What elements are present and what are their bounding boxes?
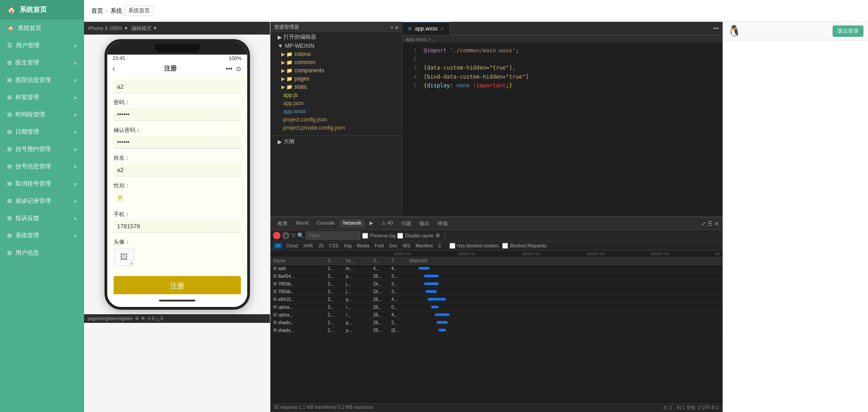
filter-btn-c[interactable]: C	[436, 243, 444, 249]
filter-btn-doc[interactable]: Doc	[387, 243, 400, 249]
devtools-tab-console[interactable]: Console	[313, 219, 339, 228]
tree-item-static[interactable]: ▶ 📁static	[270, 83, 402, 91]
tree-item-colorui[interactable]: ▶ 📁colorui	[270, 50, 402, 58]
sidebar-item-dept-mgmt[interactable]: ⊞ 科室管理 ∨	[0, 89, 84, 106]
network-table-row[interactable]: 8a454... 3... p... 26... 3...	[270, 272, 723, 280]
blocked-cookies-checkbox[interactable]: Has blocked cookies	[449, 243, 499, 249]
password-input[interactable]	[114, 108, 241, 121]
confirm-password-input[interactable]	[114, 136, 241, 149]
network-table-row[interactable]: uploa... 2... /... 26... 4...	[270, 311, 723, 319]
filter-icon[interactable]: ▽	[291, 232, 295, 239]
filter-btn-xhr[interactable]: XHR	[301, 243, 315, 249]
tab-close-icon[interactable]: ✕	[440, 26, 444, 31]
network-table-row[interactable]: e8410... 3... p... 26... 4...	[270, 296, 723, 303]
collapse-icon[interactable]: ≡	[395, 25, 398, 30]
filter-btn-font[interactable]: Font	[373, 243, 386, 249]
devtools-settings-icon[interactable]: ☰	[708, 221, 713, 227]
phone-more-icon[interactable]: •••	[226, 65, 233, 72]
network-table-row[interactable]: 7856b... 3... j... Ot... 3...	[270, 288, 723, 296]
filter-btn-img[interactable]: Img	[342, 243, 354, 249]
devtools-tab-wxml[interactable]: Wxml	[292, 219, 312, 228]
name-input[interactable]	[114, 164, 241, 176]
sidebar-item-appt-info[interactable]: ⊞ 挂号信息管理 ∨	[0, 158, 84, 175]
sidebar-item-user-info[interactable]: ⊞ 用户信息	[0, 244, 84, 261]
row-size: 26...	[373, 297, 391, 302]
network-table-row[interactable]: uploa... 3... /... 26... 0...	[270, 303, 723, 311]
tree-root[interactable]: ▼ MP-WEIXIN	[270, 42, 402, 50]
record-button[interactable]	[273, 232, 280, 239]
sidebar-item-user-mgmt[interactable]: ☰ 用户管理 ∨	[0, 37, 84, 54]
devtools-close-icon[interactable]: ✕	[714, 221, 719, 227]
sidebar-item-time-mgmt[interactable]: ⊞ 时间段管理 ∨	[0, 106, 84, 123]
tree-outline[interactable]: ▶ 大纲	[270, 136, 402, 146]
gender-value[interactable]: 男	[114, 191, 241, 205]
sidebar-item-cancel-appt[interactable]: ⊞ 取消挂号管理 ∨	[0, 175, 84, 192]
sidebar-item-hospital-info[interactable]: ⊞ 医院信息管理 ∨	[0, 71, 84, 89]
devtools-tab-network[interactable]: Network	[339, 219, 365, 228]
network-table[interactable]: NameS...Ini...S...T...Waterfall add 2...…	[270, 257, 723, 403]
devtools-expand-icon[interactable]: ⤢	[701, 221, 706, 227]
tree-item-project-config-json[interactable]: project.config.json	[270, 116, 402, 124]
sidebar-item-home[interactable]: 🏠 系统首页	[0, 20, 84, 37]
search-icon[interactable]: 🔍	[297, 232, 304, 239]
register-button[interactable]: 注册	[114, 276, 241, 294]
preserve-log-checkbox[interactable]: Preserve log	[362, 233, 395, 239]
network-table-row[interactable]: 7856b... 3... j... Ot... 3...	[270, 280, 723, 288]
network-filter-input[interactable]	[306, 231, 360, 240]
filter-btn-media[interactable]: Media	[354, 243, 371, 249]
tree-item-pages[interactable]: ▶ 📁pages	[270, 75, 402, 83]
disable-cache-checkbox[interactable]: Disable cache	[397, 233, 434, 239]
devtools-tab-终端[interactable]: 终端	[434, 219, 451, 228]
tree-open-editors[interactable]: ▶ 打开的编辑器	[270, 32, 402, 42]
username-input[interactable]	[114, 80, 241, 93]
blocked-requests-checkbox[interactable]: Blocked Requests	[502, 243, 547, 249]
tree-item-project-private-config-json[interactable]: project.private.config.json	[270, 124, 402, 132]
devtools-tab-⚠-40[interactable]: ⚠ 40	[378, 219, 396, 228]
filter-btn-manifest[interactable]: Manifest	[413, 243, 435, 249]
sidebar-item-sys-mgmt[interactable]: ⊞ 系统管理 ∨	[0, 227, 84, 244]
clear-button[interactable]: ⊘	[282, 232, 289, 239]
sidebar-item-feedback[interactable]: ⊞ 投诉反馈 ∨	[0, 210, 84, 227]
filter-btn-cloud[interactable]: Cloud	[284, 243, 300, 249]
breadcrumb-tag[interactable]: 系统首页	[124, 5, 154, 16]
sidebar-item-date-mgmt[interactable]: ⊞ 日期管理 ∨	[0, 123, 84, 141]
filter-btn-all[interactable]: All	[273, 243, 283, 249]
editor-tab-appwxss[interactable]: ≋ app.wxss ✕	[402, 22, 450, 35]
tree-item-components[interactable]: ▶ 📁components	[270, 66, 402, 75]
network-more-icon[interactable]: ⋮	[442, 232, 448, 239]
logout-button[interactable]: 退出登录	[833, 25, 863, 37]
devtools-tab-问题[interactable]: 问题	[398, 219, 415, 228]
code-content[interactable]: 1 @import './common/main.wxss'; 2 3 [dat…	[402, 43, 723, 216]
disable-cache-check[interactable]	[397, 233, 403, 239]
sidebar-item-visit-records[interactable]: ⊞ 就诊记录管理 ∨	[0, 192, 84, 210]
filter-btn-js[interactable]: JS	[316, 243, 326, 249]
sidebar-logo[interactable]: 🏠 系统首页	[0, 0, 84, 20]
network-table-row[interactable]: shado... 2... p... 26... (0...	[270, 327, 723, 334]
new-file-icon[interactable]: +	[390, 25, 393, 30]
tree-item-common[interactable]: ▶ 📁common	[270, 58, 402, 66]
phone-camera-icon[interactable]: ⊙	[236, 65, 241, 72]
preserve-log-check[interactable]	[362, 233, 368, 239]
devtools-tab-输出[interactable]: 输出	[416, 219, 433, 228]
filter-btn-ws[interactable]: WS	[400, 243, 412, 249]
tree-item-app-wxss[interactable]: app.wxss	[270, 107, 402, 116]
phone-input[interactable]	[114, 220, 241, 233]
devtools-tab-检查[interactable]: 检查	[274, 219, 291, 228]
row-name: uploa...	[273, 312, 328, 317]
network-settings-icon[interactable]: ⚙	[435, 232, 440, 239]
devtools-tab-▶[interactable]: ▶	[366, 219, 377, 228]
row-size: Ot...	[373, 289, 391, 294]
sidebar-item-appt-mgmt[interactable]: ⊞ 挂号预约管理 ∨	[0, 141, 84, 158]
avatar-upload[interactable]: 🖼 0	[114, 248, 135, 266]
tree-item-app-js[interactable]: app.js	[270, 91, 402, 99]
blocked-requests-check[interactable]	[502, 243, 508, 249]
tree-item-app-json[interactable]: app.json	[270, 99, 402, 107]
editor-more-icon[interactable]: •••	[713, 25, 719, 32]
sidebar-item-doctor-mgmt[interactable]: ⊞ 医生管理 ∨	[0, 54, 84, 71]
filter-btn-css[interactable]: CSS	[327, 243, 341, 249]
phone-back-button[interactable]: ‹	[113, 65, 115, 73]
row-status: 3...	[328, 297, 346, 302]
network-table-row[interactable]: add 2... in... 4... 4...	[270, 265, 723, 272]
blocked-cookies-check[interactable]	[449, 243, 455, 249]
network-table-row[interactable]: shado... 2... p... 26... 2...	[270, 319, 723, 327]
